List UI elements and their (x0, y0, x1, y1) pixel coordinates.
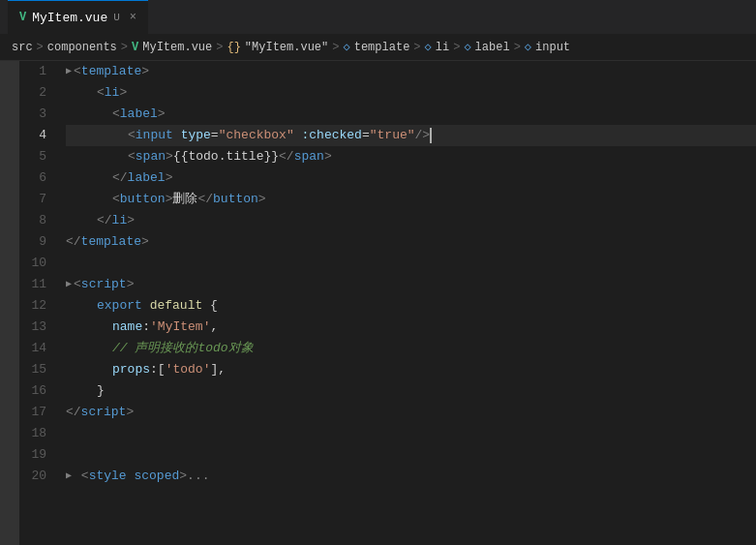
breadcrumb-sep2: > (121, 41, 128, 54)
code-line-17: </script> (66, 402, 756, 423)
breadcrumb-vue-icon: V (132, 41, 138, 54)
code-line-8: </li> (66, 210, 756, 231)
line-num-2: 2 (19, 82, 46, 104)
breadcrumb-sep1: > (37, 41, 44, 54)
code-line-19 (66, 444, 756, 466)
breadcrumb-label[interactable]: label (475, 41, 510, 54)
line-num-13: 13 (19, 317, 46, 338)
breadcrumb-li[interactable]: li (436, 41, 449, 54)
line-num-1: 1 (19, 61, 46, 82)
line-num-15: 15 (19, 359, 46, 380)
tab-myitem[interactable]: V MyItem.vue U × (8, 0, 148, 34)
code-line-11: ▶<script> (66, 274, 756, 295)
line-num-3: 3 (19, 104, 46, 125)
code-line-16: } (66, 380, 756, 402)
line-num-5: 5 (19, 146, 46, 167)
code-line-18 (66, 423, 756, 444)
code-line-1: ▶<template> (66, 61, 756, 82)
tab-close-button[interactable]: × (130, 11, 136, 24)
code-line-15: props:['todo'], (66, 359, 756, 380)
code-area[interactable]: ▶<template> <li> <label> <input type="ch… (58, 61, 756, 545)
line-num-7: 7 (19, 189, 46, 210)
line-numbers: 1 2 3 4 5 6 7 8 9 10 11 12 13 14 15 16 1… (19, 61, 58, 545)
breadcrumb-template[interactable]: template (354, 41, 410, 54)
code-line-10 (66, 253, 756, 274)
line-num-4: 4 (19, 125, 46, 146)
line-num-10: 10 (19, 253, 46, 274)
breadcrumb-sep4: > (332, 41, 339, 54)
breadcrumb-src[interactable]: src (12, 41, 33, 54)
breadcrumb-sep3: > (216, 41, 223, 54)
line-num-12: 12 (19, 295, 46, 317)
code-line-14: // 声明接收的todo对象 (66, 338, 756, 359)
code-line-13: name:'MyItem', (66, 317, 756, 338)
breadcrumb: src > components > V MyItem.vue > {} "My… (0, 34, 756, 61)
vue-icon: V (19, 11, 26, 24)
code-line-6: </label> (66, 167, 756, 189)
breadcrumb-input[interactable]: input (535, 41, 570, 54)
code-line-20: ▶ <style scoped>... (66, 466, 756, 487)
breadcrumb-sep5: > (413, 41, 420, 54)
editor-container: 1 2 3 4 5 6 7 8 9 10 11 12 13 14 15 16 1… (0, 61, 756, 545)
breadcrumb-components[interactable]: components (47, 41, 117, 54)
line-num-20: 20 (19, 466, 46, 487)
breadcrumb-file[interactable]: MyItem.vue (142, 41, 212, 54)
tab-filename: MyItem.vue (32, 11, 107, 25)
line-num-11: 11 (19, 274, 46, 295)
breadcrumb-obj-title[interactable]: "MyItem.vue" (245, 41, 328, 54)
breadcrumb-input-icon: ◇ (525, 40, 531, 54)
line-num-14: 14 (19, 338, 46, 359)
line-num-9: 9 (19, 231, 46, 253)
code-line-5: <span>{{todo.title}}</span> (66, 146, 756, 167)
breadcrumb-obj-icon: {} (227, 41, 240, 54)
code-line-2: <li> (66, 82, 756, 104)
code-line-4: <input type="checkbox" :checked="true"/> (66, 125, 756, 146)
breadcrumb-li-icon: ◇ (425, 40, 432, 54)
line-num-16: 16 (19, 380, 46, 402)
breadcrumb-sep6: > (453, 41, 460, 54)
code-line-9: </template> (66, 231, 756, 253)
tab-modified: U (113, 12, 120, 23)
breadcrumb-template-icon: ◇ (343, 40, 349, 54)
line-num-18: 18 (19, 423, 46, 444)
line-num-19: 19 (19, 444, 46, 466)
code-line-7: <button>删除</button> (66, 189, 756, 210)
line-num-8: 8 (19, 210, 46, 231)
line-num-6: 6 (19, 167, 46, 189)
title-bar: V MyItem.vue U × (0, 0, 756, 34)
line-num-17: 17 (19, 402, 46, 423)
code-line-12: export default { (66, 295, 756, 317)
activity-bar (0, 61, 19, 545)
breadcrumb-sep7: > (514, 41, 521, 54)
breadcrumb-label-icon: ◇ (464, 40, 470, 54)
editor: 1 2 3 4 5 6 7 8 9 10 11 12 13 14 15 16 1… (19, 61, 756, 545)
code-line-3: <label> (66, 104, 756, 125)
